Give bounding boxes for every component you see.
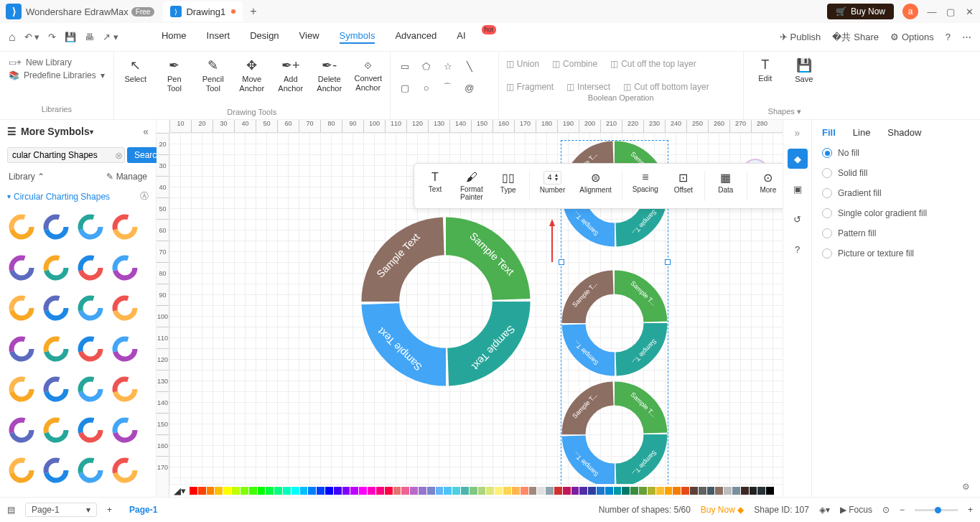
props-tab-shadow[interactable]: Shadow [887, 127, 921, 138]
print-button[interactable]: 🖶 [85, 32, 94, 42]
donut-chart-large[interactable]: Sample TextSample TextSample TextSample … [360, 215, 532, 388]
ctx-text[interactable]: TText [419, 168, 452, 204]
color-swatch[interactable] [495, 487, 503, 495]
library-shape[interactable] [76, 213, 105, 241]
hamburger-icon[interactable]: ☰ [7, 126, 17, 137]
circle-shape[interactable]: ○ [419, 80, 434, 95]
props-tab-line[interactable]: Line [853, 127, 871, 138]
symbol-search-input[interactable] [7, 147, 125, 163]
page-selector[interactable]: Page-1▾ [25, 503, 97, 517]
add-page-button[interactable]: + [107, 505, 112, 515]
library-shape[interactable] [7, 253, 36, 282]
color-swatch[interactable] [656, 487, 664, 495]
color-swatch[interactable] [258, 487, 266, 495]
color-swatch[interactable] [461, 487, 469, 495]
library-shape[interactable] [42, 375, 70, 404]
color-swatch[interactable] [622, 487, 630, 495]
ctx-data[interactable]: ▦Data [709, 168, 742, 204]
ctx-more[interactable]: ⊙More [752, 168, 783, 204]
save-button[interactable]: 💾 [65, 32, 76, 42]
color-swatch[interactable] [385, 487, 393, 495]
pages-icon[interactable]: ▤ [7, 505, 15, 515]
color-swatch[interactable] [724, 487, 732, 495]
ctx-spacing[interactable]: ≡Spacing [627, 168, 664, 204]
library-shape[interactable] [111, 213, 139, 241]
ctx-type[interactable]: ▯▯Type [492, 168, 525, 204]
color-swatch[interactable] [436, 487, 444, 495]
color-swatch[interactable] [741, 487, 749, 495]
color-swatch[interactable] [597, 487, 605, 495]
color-swatch[interactable] [266, 487, 274, 495]
library-shape[interactable] [76, 375, 105, 404]
roundrect-shape[interactable]: ▢ [398, 80, 412, 95]
color-swatch[interactable] [690, 487, 698, 495]
library-shape[interactable] [7, 375, 36, 404]
share-button[interactable]: �共 Share [832, 31, 879, 44]
pentagon-shape[interactable]: ⬠ [419, 59, 434, 73]
library-shape[interactable] [7, 335, 36, 363]
color-swatch[interactable] [291, 487, 299, 495]
notifications-icon[interactable]: ? [946, 32, 951, 42]
canvas[interactable]: 1020304050607080901001101201301401501601… [157, 120, 783, 497]
color-swatch[interactable] [325, 487, 333, 495]
library-shape[interactable] [111, 375, 139, 404]
color-swatch[interactable] [478, 487, 486, 495]
combine-button[interactable]: ◫ Combine [552, 59, 597, 69]
library-shape[interactable] [42, 213, 70, 241]
color-swatch[interactable] [207, 487, 215, 495]
library-shape[interactable] [76, 294, 105, 322]
library-shape[interactable] [7, 294, 36, 322]
spiral-shape[interactable]: @ [462, 80, 477, 95]
export-button[interactable]: ↗ ▾ [103, 32, 118, 42]
library-shape[interactable] [76, 416, 105, 444]
dropper-icon[interactable]: ◢▾ [174, 485, 186, 496]
options-button[interactable]: ⚙ Options [890, 32, 934, 42]
intersect-button[interactable]: ◫ Intersect [566, 82, 610, 92]
library-shape[interactable] [42, 456, 70, 485]
document-tab[interactable]: ⟩ Drawing1 [163, 1, 243, 22]
color-swatch[interactable] [317, 487, 325, 495]
fill-panel-icon[interactable]: ◆ [788, 149, 808, 169]
new-library-button[interactable]: ▭+ New Library [9, 57, 72, 67]
library-shape[interactable] [42, 416, 70, 444]
library-shape[interactable] [42, 253, 70, 282]
library-toggle[interactable]: Library ⌃ [9, 172, 45, 182]
ctx-alignment[interactable]: ⊜Alignment [574, 168, 617, 204]
color-swatch[interactable] [766, 487, 774, 495]
menu-advanced[interactable]: Advanced [395, 30, 437, 44]
move-anchor-tool[interactable]: ✥Move Anchor [238, 57, 266, 93]
layers-icon[interactable]: ◈▾ [819, 505, 830, 515]
library-shape[interactable] [76, 253, 105, 282]
color-swatch[interactable] [605, 487, 613, 495]
close-button[interactable]: ✕ [964, 6, 974, 17]
fill-option[interactable]: Pattern fill [822, 228, 970, 238]
props-tab-fill[interactable]: Fill [822, 127, 836, 138]
cut-top-button[interactable]: ◫ Cut off the top layer [610, 59, 696, 69]
color-swatch[interactable] [554, 487, 562, 495]
color-swatch[interactable] [393, 487, 401, 495]
buy-now-status[interactable]: Buy Now ◆ [701, 505, 744, 515]
color-swatch[interactable] [376, 487, 384, 495]
expand-rail-icon[interactable]: » [795, 127, 801, 139]
color-swatch[interactable] [503, 487, 511, 495]
undo-button[interactable]: ↶ ▾ [24, 32, 40, 42]
cut-bottom-button[interactable]: ◫ Cut off bottom layer [623, 82, 709, 92]
rect-shape[interactable]: ▭ [398, 59, 412, 73]
color-swatch[interactable] [350, 487, 358, 495]
color-swatch[interactable] [359, 487, 367, 495]
menu-design[interactable]: Design [250, 30, 279, 44]
library-shape[interactable] [7, 456, 36, 485]
color-swatch[interactable] [308, 487, 316, 495]
fragment-button[interactable]: ◫ Fragment [506, 82, 554, 92]
menu-insert[interactable]: Insert [207, 30, 230, 44]
library-shape[interactable] [76, 456, 105, 485]
library-shape[interactable] [42, 335, 70, 363]
color-swatch[interactable] [223, 487, 231, 495]
menu-ai[interactable]: AIhot [457, 30, 480, 44]
menu-symbols[interactable]: Symbols [340, 30, 375, 44]
color-swatch[interactable] [190, 487, 197, 495]
color-swatch[interactable] [707, 487, 715, 495]
ctx-format-painter[interactable]: 🖌Format Painter [454, 168, 489, 204]
color-swatch[interactable] [368, 487, 375, 495]
library-shape[interactable] [7, 213, 36, 241]
